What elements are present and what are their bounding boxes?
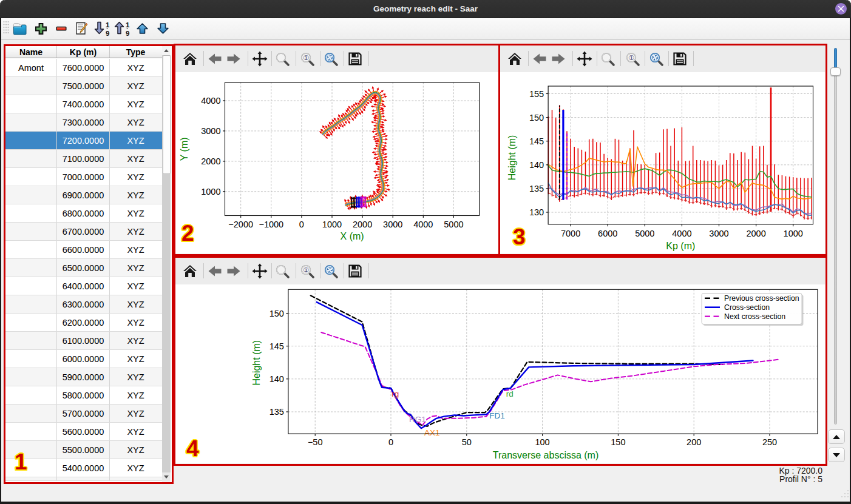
svg-text:155: 155: [529, 89, 544, 99]
svg-text:150: 150: [529, 113, 544, 123]
svg-text:6000: 6000: [598, 229, 617, 238]
svg-text:5000: 5000: [444, 220, 463, 229]
svg-text:145: 145: [269, 341, 283, 351]
svg-text:3000: 3000: [201, 126, 220, 136]
svg-text:Kp (m): Kp (m): [666, 241, 695, 251]
svg-text:1000: 1000: [322, 220, 341, 229]
svg-text:Next cross-section: Next cross-section: [724, 312, 785, 321]
svg-text:7000: 7000: [561, 229, 580, 238]
svg-text:Y (m): Y (m): [179, 137, 189, 161]
svg-text:Transverse abscissa (m): Transverse abscissa (m): [492, 450, 598, 460]
svg-text:rd: rd: [506, 389, 513, 398]
svg-text:0: 0: [299, 220, 303, 229]
svg-text:Previous cross-section: Previous cross-section: [724, 294, 799, 303]
svg-text:50: 50: [461, 437, 471, 447]
svg-text:250: 250: [762, 437, 776, 447]
svg-text:2000: 2000: [201, 156, 220, 166]
svg-text:①: ①: [628, 54, 634, 61]
svg-text:2000: 2000: [746, 229, 765, 238]
svg-text:−2000: −2000: [228, 220, 253, 229]
svg-text:X (m): X (m): [340, 231, 364, 241]
svg-text:FD1: FD1: [489, 411, 505, 420]
svg-text:4000: 4000: [413, 220, 433, 229]
svg-text:−50: −50: [307, 437, 322, 447]
svg-text:4000: 4000: [672, 229, 691, 238]
svg-text:rg: rg: [392, 389, 399, 398]
svg-text:AX1: AX1: [424, 428, 439, 437]
svg-text:Height (m): Height (m): [251, 340, 262, 386]
svg-text:135: 135: [529, 184, 544, 193]
svg-text:1000: 1000: [784, 229, 803, 238]
svg-text:2000: 2000: [352, 220, 371, 229]
svg-text:3000: 3000: [709, 229, 728, 238]
svg-text:140: 140: [529, 160, 544, 170]
svg-text:5000: 5000: [635, 229, 654, 238]
svg-text:140: 140: [269, 374, 283, 384]
svg-text:0: 0: [388, 437, 393, 447]
svg-text:①: ①: [303, 266, 309, 274]
svg-text:130: 130: [529, 207, 544, 217]
svg-text:150: 150: [611, 437, 625, 447]
svg-text:Cross-section: Cross-section: [724, 303, 770, 312]
svg-text:3000: 3000: [383, 220, 402, 229]
svg-text:4000: 4000: [201, 96, 220, 106]
svg-text:100: 100: [535, 437, 549, 447]
svg-text:150: 150: [269, 309, 283, 318]
svg-text:−1000: −1000: [259, 220, 283, 229]
svg-text:1000: 1000: [201, 187, 220, 197]
svg-text:Height (m): Height (m): [507, 135, 517, 181]
svg-text:①: ①: [303, 54, 309, 61]
svg-text:200: 200: [687, 437, 701, 447]
svg-text:RG1: RG1: [409, 415, 426, 424]
svg-text:135: 135: [269, 407, 283, 417]
svg-text:145: 145: [529, 136, 544, 146]
